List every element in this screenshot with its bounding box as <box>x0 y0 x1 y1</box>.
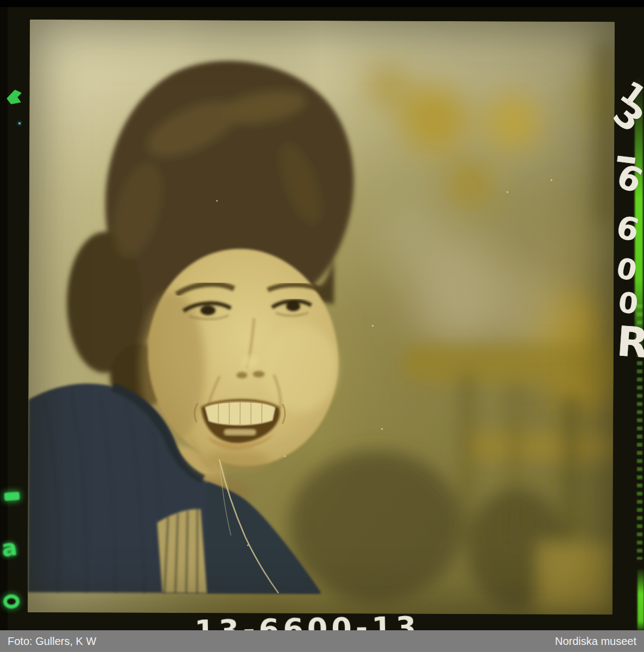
green-bar-edge-mark <box>4 492 20 501</box>
green-arrow-edge-mark <box>7 90 22 104</box>
film-frame-top-edge <box>0 0 644 7</box>
photograph <box>28 20 615 615</box>
colour-cast-overlay <box>28 20 615 615</box>
photograph-scene <box>28 20 615 615</box>
film-scan: a 1 3 - 6 6 0 0 R 13-6600-13 Foto: Gulle… <box>0 0 644 652</box>
dust-speck <box>507 191 508 193</box>
green-film-strip-lower <box>637 569 644 630</box>
dust-speck <box>247 544 249 546</box>
dust-speck <box>551 179 552 181</box>
film-code-char: 0 <box>617 288 639 318</box>
film-code-char: R <box>615 321 644 364</box>
green-ring-edge-mark <box>3 594 20 609</box>
photographer-credit: Foto: Gullers, K W <box>8 630 96 652</box>
green-letter-edge-mark: a <box>0 536 18 561</box>
cyan-dot-edge-mark <box>18 122 21 124</box>
dust-speck <box>372 325 374 327</box>
dust-speck <box>284 455 286 457</box>
dust-speck <box>381 428 383 430</box>
museum-credit: Nordiska museet <box>555 630 636 652</box>
caption-bar: Foto: Gullers, K W Nordiska museet <box>0 630 644 652</box>
dust-speck <box>216 200 218 202</box>
